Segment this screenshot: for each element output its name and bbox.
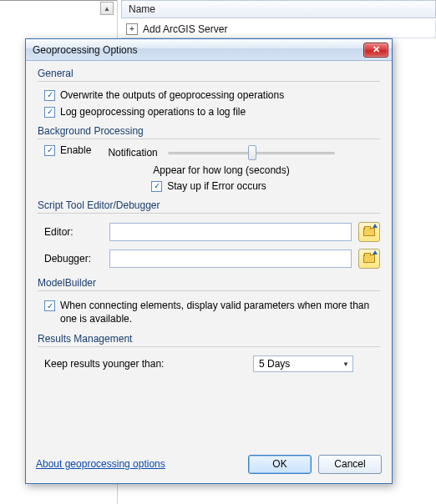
enable-label: Enable xyxy=(60,144,91,156)
dialog-title: Geoprocessing Options xyxy=(33,44,363,56)
column-header-name[interactable]: Name xyxy=(121,0,436,18)
titlebar[interactable]: Geoprocessing Options ✕ xyxy=(26,39,392,61)
modelbuilder-connect-label: When connecting elements, display valid … xyxy=(60,299,380,325)
editor-input[interactable] xyxy=(109,223,352,241)
heading-script: Script Tool Editor/Debugger xyxy=(38,199,380,211)
stayup-checkbox[interactable] xyxy=(151,181,162,192)
dialog-body: General Overwrite the outputs of geoproc… xyxy=(26,61,392,450)
divider xyxy=(38,139,380,139)
debugger-input[interactable] xyxy=(109,249,352,268)
divider xyxy=(38,213,380,214)
log-label: Log geoprocessing operations to a log fi… xyxy=(60,106,246,118)
group-script-tool: Script Tool Editor/Debugger Editor: Debu… xyxy=(38,199,380,272)
group-general: General Overwrite the outputs of geoproc… xyxy=(38,68,380,120)
chevron-down-icon: ▼ xyxy=(342,360,349,368)
divider xyxy=(38,290,380,291)
keep-results-label: Keep results younger than: xyxy=(44,358,253,370)
debugger-browse-button[interactable] xyxy=(358,249,380,269)
group-results: Results Management Keep results younger … xyxy=(38,333,380,375)
heading-results: Results Management xyxy=(38,333,380,345)
heading-modelbuilder: ModelBuilder xyxy=(38,277,380,289)
about-link[interactable]: About geoprocessing options xyxy=(36,458,241,470)
notification-label: Notification xyxy=(108,147,157,159)
modelbuilder-connect-checkbox[interactable] xyxy=(44,300,55,311)
ok-label: OK xyxy=(272,458,286,470)
group-modelbuilder: ModelBuilder When connecting elements, d… xyxy=(38,277,380,328)
expand-icon[interactable]: + xyxy=(126,23,138,35)
notification-slider[interactable] xyxy=(168,144,335,161)
stayup-label: Stay up if Error occurs xyxy=(167,180,266,192)
divider xyxy=(38,346,380,347)
slider-thumb[interactable] xyxy=(248,145,256,160)
folder-open-icon xyxy=(363,228,375,236)
keep-results-value: 5 Days xyxy=(259,358,290,370)
ok-button[interactable]: OK xyxy=(248,455,312,474)
debugger-label: Debugger: xyxy=(44,253,103,265)
overwrite-checkbox[interactable] xyxy=(44,90,55,101)
editor-browse-button[interactable] xyxy=(358,222,380,242)
notification-caption: Appear for how long (seconds) xyxy=(153,164,289,176)
geoprocessing-options-dialog: Geoprocessing Options ✕ General Overwrit… xyxy=(25,38,393,484)
close-icon: ✕ xyxy=(373,44,380,55)
close-button[interactable]: ✕ xyxy=(363,43,388,58)
group-background-processing: Background Processing Enable Notificatio… xyxy=(38,125,380,194)
heading-bgproc: Background Processing xyxy=(38,125,380,137)
dialog-footer: About geoprocessing options OK Cancel xyxy=(26,450,392,483)
editor-label: Editor: xyxy=(44,226,103,238)
bg-left-pane xyxy=(0,0,117,33)
overwrite-label: Overwrite the outputs of geoprocessing o… xyxy=(60,89,284,101)
list-item[interactable]: + Add ArcGIS Server xyxy=(121,20,436,38)
enable-checkbox[interactable] xyxy=(44,145,55,156)
cancel-label: Cancel xyxy=(334,458,365,470)
folder-open-icon xyxy=(363,255,375,263)
list-item-label: Add ArcGIS Server xyxy=(143,23,227,35)
log-checkbox[interactable] xyxy=(44,107,55,118)
scroll-up-button[interactable]: ▲ xyxy=(100,2,114,15)
heading-general: General xyxy=(38,68,380,79)
divider xyxy=(38,81,380,82)
cancel-button[interactable]: Cancel xyxy=(318,455,382,474)
keep-results-combo[interactable]: 5 Days ▼ xyxy=(253,355,353,372)
